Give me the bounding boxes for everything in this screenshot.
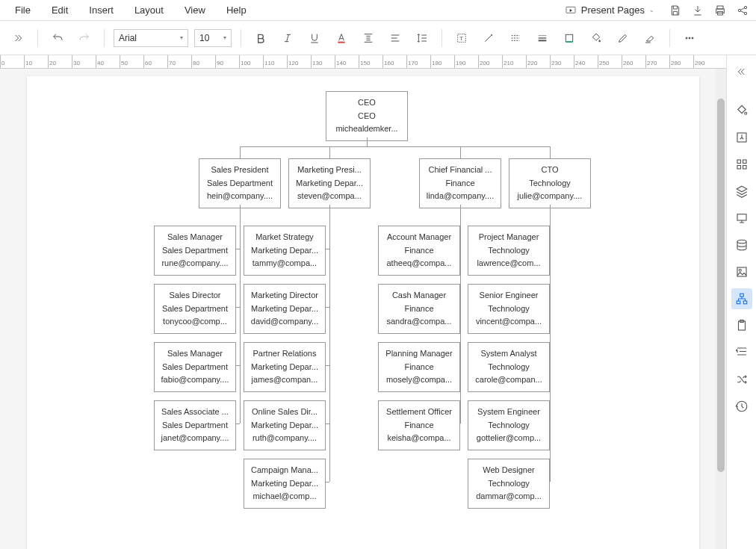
node-sales-2[interactable]: Sales ManagerSales Departmentfabio@compa…: [154, 342, 236, 392]
export-panel-icon[interactable]: [731, 127, 752, 148]
menu-view[interactable]: View: [176, 1, 214, 19]
pen-icon[interactable]: [613, 28, 633, 49]
node-sales-3[interactable]: Sales Associate ...Sales Departmentjanet…: [154, 400, 236, 450]
align-vertical-icon[interactable]: [358, 28, 379, 49]
svg-text:T: T: [459, 35, 463, 42]
line-style-icon[interactable]: [505, 28, 526, 49]
node-tech-1[interactable]: Senior EngineerTechnologyvincent@compa..…: [468, 284, 550, 334]
node-marketing-1[interactable]: Marketing DirectorMarketing Depar...davi…: [244, 284, 326, 334]
node-tech-4[interactable]: Web DesignerTechnologydammar@comp...: [468, 459, 550, 509]
ruler-tick: 0: [0, 55, 24, 69]
align-horizontal-icon[interactable]: [385, 28, 406, 49]
node-l2-0-title: Sales President: [202, 164, 277, 177]
expand-icon[interactable]: [7, 28, 28, 49]
italic-icon[interactable]: [277, 28, 298, 49]
font-color-icon[interactable]: [331, 28, 352, 49]
node-ceo-dept: CEO: [329, 110, 404, 123]
node-ceo-email: michealdemker...: [329, 122, 404, 136]
right-panel: [726, 55, 756, 549]
node-tech-0[interactable]: Project ManagerTechnologylawrence@com...: [468, 226, 550, 276]
separator: [241, 29, 241, 47]
node-l2-2[interactable]: Chief Financial ...Financelinda@company.…: [419, 158, 501, 208]
svg-rect-21: [737, 214, 746, 220]
page[interactable]: CEOCEOmichealdemker...Sales PresidentSal…: [27, 76, 699, 549]
redo-icon[interactable]: [74, 28, 95, 49]
text-box-icon[interactable]: T: [451, 28, 472, 49]
download-icon[interactable]: [690, 3, 705, 18]
node-marketing-0[interactable]: Market StrategyMarketing Depar...tammy@c…: [244, 226, 326, 276]
menu-layout[interactable]: Layout: [126, 1, 173, 19]
bold-icon[interactable]: [250, 28, 271, 49]
node-marketing-3[interactable]: Online Sales Dir...Marketing Depar...rut…: [244, 400, 326, 450]
present-pages-button[interactable]: Present Pages ⌄: [559, 1, 660, 19]
node-marketing-3-dept: Marketing Depar...: [247, 419, 322, 432]
presentation-panel-icon[interactable]: [731, 208, 752, 229]
line-spacing-icon[interactable]: [412, 28, 433, 49]
separator: [104, 29, 105, 47]
node-finance-1[interactable]: Cash ManagerFinancesandra@compa...: [378, 284, 460, 334]
connector-icon[interactable]: [478, 28, 499, 49]
node-marketing-4-title: Campaign Mana...: [247, 464, 322, 477]
node-marketing-4[interactable]: Campaign Mana...Marketing Depar...michae…: [244, 459, 326, 509]
node-tech-0-title: Project Manager: [471, 231, 546, 244]
node-l2-1[interactable]: Marketing Presi...Marketing Depar...stev…: [288, 158, 371, 208]
menu-help[interactable]: Help: [217, 1, 255, 19]
node-sales-1-title: Sales Director: [158, 289, 232, 303]
align-panel-icon[interactable]: [731, 342, 752, 363]
undo-icon[interactable]: [47, 28, 68, 49]
menu-right: Present Pages ⌄: [559, 1, 750, 19]
node-marketing-0-email: tammy@compa...: [247, 257, 322, 270]
node-sales-1[interactable]: Sales DirectorSales Departmenttonycoo@co…: [154, 284, 236, 334]
line-color-icon[interactable]: [559, 28, 580, 49]
ruler-tick: 100: [239, 55, 263, 69]
fill-color-icon[interactable]: [586, 28, 607, 49]
node-ceo[interactable]: CEOCEOmichealdemker...: [326, 91, 408, 141]
menu-edit[interactable]: Edit: [43, 1, 77, 19]
node-sales-2-email: fabio@company....: [158, 373, 232, 387]
ruler-tick: 110: [263, 55, 287, 69]
underline-icon[interactable]: [304, 28, 325, 49]
node-finance-3[interactable]: Settlement OfficerFinancekeisha@compa...: [378, 400, 460, 450]
data-panel-icon[interactable]: [731, 235, 752, 255]
svg-rect-1: [717, 6, 723, 9]
node-finance-0[interactable]: Account ManagerFinanceatheeq@compa...: [378, 226, 460, 276]
more-icon[interactable]: [679, 28, 700, 49]
history-panel-icon[interactable]: [731, 396, 752, 417]
clipboard-panel-icon[interactable]: [731, 315, 752, 336]
print-icon[interactable]: [713, 3, 728, 18]
ruler-tick: 240: [574, 55, 598, 69]
font-select[interactable]: Arial ▾: [114, 29, 188, 47]
node-l2-3[interactable]: CTOTechnologyjulie@company....: [509, 158, 591, 208]
node-sales-1-email: tonycoo@comp...: [158, 315, 232, 329]
node-tech-2-title: System Analyst: [471, 347, 546, 361]
shuffle-panel-icon[interactable]: [731, 369, 752, 390]
line-weight-icon[interactable]: [532, 28, 553, 49]
node-tech-3[interactable]: System EngineerTechnologygottelier@comp.…: [468, 400, 550, 450]
node-marketing-2[interactable]: Partner RelationsMarketing Depar...james…: [244, 342, 326, 392]
layers-panel-icon[interactable]: [731, 181, 752, 202]
image-panel-icon[interactable]: [731, 261, 752, 282]
menu-file[interactable]: File: [6, 1, 40, 19]
node-finance-3-dept: Finance: [382, 419, 456, 432]
save-icon[interactable]: [668, 3, 683, 18]
canvas-scroll[interactable]: CEOCEOmichealdemker...Sales PresidentSal…: [0, 69, 726, 549]
orgchart-panel-icon[interactable]: [731, 288, 752, 309]
eraser-icon[interactable]: [639, 28, 660, 49]
node-l2-0[interactable]: Sales PresidentSales Departmenthein@comp…: [199, 158, 281, 208]
collapse-panel-icon[interactable]: [731, 61, 752, 82]
node-finance-0-dept: Finance: [382, 244, 456, 258]
node-tech-2[interactable]: System AnalystTechnologycarole@compan...: [468, 342, 550, 392]
node-finance-2[interactable]: Planning ManagerFinancemosely@compa...: [378, 342, 460, 392]
fill-panel-icon[interactable]: [731, 100, 752, 121]
font-size-select[interactable]: 10 ▾: [194, 29, 232, 47]
menu-insert[interactable]: Insert: [80, 1, 123, 19]
node-marketing-1-title: Marketing Director: [247, 289, 322, 303]
node-marketing-0-dept: Marketing Depar...: [247, 244, 322, 258]
grid-panel-icon[interactable]: [731, 154, 752, 175]
node-sales-0[interactable]: Sales ManagerSales Departmentrune@compan…: [154, 226, 236, 276]
node-finance-0-title: Account Manager: [382, 231, 456, 244]
node-marketing-4-dept: Marketing Depar...: [247, 477, 322, 491]
share-icon[interactable]: [735, 3, 750, 18]
ruler-tick: 190: [454, 55, 478, 69]
node-finance-2-title: Planning Manager: [382, 347, 456, 361]
